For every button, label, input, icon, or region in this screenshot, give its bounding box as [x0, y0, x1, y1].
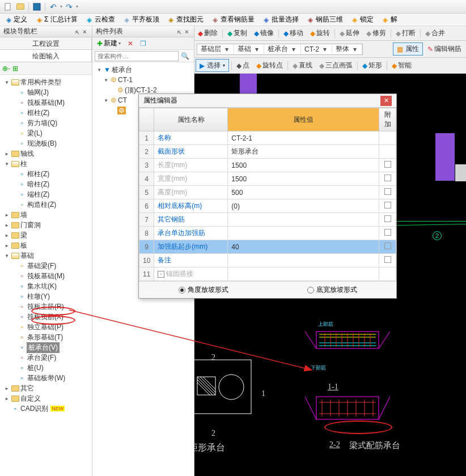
tool-三点画弧[interactable]: ◆三点画弧 — [317, 60, 355, 71]
property-value[interactable]: (0) — [228, 199, 379, 213]
combo-item[interactable]: 整体▾ — [332, 44, 362, 54]
tree-node[interactable]: ▫端柱(Z) — [1, 189, 91, 199]
tool-打断[interactable]: ◆打断 — [393, 27, 418, 39]
tab-engineering-settings[interactable]: 工程设置 — [0, 37, 92, 49]
property-row[interactable]: 3长度(mm)1500 — [139, 159, 396, 172]
property-value[interactable]: 1500 — [228, 159, 379, 172]
menu-钢筋三维[interactable]: ◈钢筋三维 — [304, 14, 345, 26]
property-table[interactable]: 属性名称 属性值 附加 1名称CT-2-12截面形状矩形承台3长度(mm)150… — [139, 108, 396, 281]
new-icon[interactable] — [2, 1, 14, 12]
property-value[interactable] — [228, 267, 379, 281]
tool-修剪[interactable]: ◆修剪 — [364, 27, 388, 39]
redo-icon[interactable]: ↷ — [63, 1, 75, 12]
tree-node[interactable]: ▫梁(L) — [1, 128, 91, 138]
property-row[interactable]: 2截面形状矩形承台 — [139, 145, 396, 159]
property-row[interactable]: 6相对底标高(m)(0) — [139, 199, 396, 213]
tree-node[interactable]: ▫桩(U) — [1, 363, 91, 373]
tree-node[interactable]: ▫构造柱(Z) — [1, 199, 91, 210]
pin-icon[interactable]: ⇱ — [176, 28, 183, 36]
tree-node[interactable]: ▸板 — [1, 240, 91, 250]
property-value[interactable]: 500 — [228, 186, 379, 199]
tool-移动[interactable]: ◆移动 — [281, 27, 306, 39]
layer-combo[interactable]: 基础层▾基础▾桩承台▾CT-2▾整体▾ — [197, 44, 363, 55]
menu-平齐板顶[interactable]: ◈平齐板顶 — [121, 14, 162, 26]
tool-复制[interactable]: ◆复制 — [225, 27, 249, 39]
property-row[interactable]: 4宽度(mm)1500 — [139, 172, 396, 186]
tool-镜像[interactable]: ◆镜像 — [252, 27, 276, 39]
combo-item[interactable]: 基础▾ — [234, 44, 264, 54]
property-row[interactable]: 1名称CT-2-1 — [139, 131, 396, 145]
property-row[interactable]: 10备注 — [139, 254, 396, 267]
tab-draw-input[interactable]: 绘图输入 — [0, 50, 92, 62]
menu-定义[interactable]: ◈定义 — [2, 14, 29, 26]
combo-item[interactable]: 基础层▾ — [197, 44, 234, 54]
tree-node[interactable]: ▫筏板负筋(X) — [1, 312, 91, 322]
property-row[interactable]: 9加强筋起步(mm)40 — [139, 240, 396, 254]
parking-icon[interactable]: ⊕- — [2, 65, 10, 73]
property-value[interactable] — [228, 254, 379, 267]
property-value[interactable] — [228, 227, 379, 240]
undo-icon[interactable]: ↶ — [48, 1, 59, 12]
menu-锁定[interactable]: ◈锁定 — [349, 14, 376, 26]
property-value[interactable]: 40 — [228, 240, 379, 254]
menu-解[interactable]: ◈解 — [379, 14, 400, 26]
property-value[interactable]: 矩形承台 — [228, 145, 379, 159]
menu-Σ 汇总计算[interactable]: ◈Σ 汇总计算 — [33, 14, 80, 26]
pin-icon[interactable]: ⇱ — [74, 28, 81, 36]
copy-icon[interactable]: ❐ — [138, 39, 149, 48]
tree-node[interactable]: ▫剪力墙(Q) — [1, 118, 91, 128]
tree-node[interactable]: ▫桩承台(V) — [1, 342, 91, 352]
tree-node[interactable]: ▸门窗洞 — [1, 220, 91, 230]
add-icon[interactable]: ⊞ — [12, 65, 18, 73]
save-icon[interactable] — [31, 1, 43, 12]
new-button[interactable]: ✚ 新建 ▾ — [95, 38, 123, 49]
tree-node[interactable]: ▫条形基础(T) — [1, 332, 91, 342]
tree-node[interactable]: ▫承台梁(F) — [1, 352, 91, 363]
property-row[interactable]: 5高度(mm)500 — [139, 186, 396, 199]
tree-node[interactable]: ▫CAD识别NEW — [1, 403, 91, 414]
tool-旋转点[interactable]: ◆旋转点 — [254, 60, 285, 71]
tree-node[interactable]: ▫轴网(J) — [1, 87, 91, 97]
tree-node[interactable]: ▾基础 — [1, 250, 91, 261]
tool-智能[interactable]: ◆智能 — [389, 60, 414, 71]
property-row[interactable]: 8承台单边加强筋 — [139, 227, 396, 240]
tree-node[interactable]: ▫基础梁(F) — [1, 261, 91, 271]
property-button[interactable]: ▦ 属性 — [393, 42, 423, 56]
delete-icon[interactable]: ✕ — [125, 39, 135, 48]
property-row[interactable]: 11+锚固搭接 — [139, 267, 396, 281]
tool-直线[interactable]: ◆直线 — [290, 60, 315, 71]
tool-合并[interactable]: ◆合并 — [423, 27, 447, 39]
tree-node[interactable]: ▫集水坑(K) — [1, 281, 91, 291]
tree-node[interactable]: ▸墙 — [1, 210, 91, 220]
tree-node[interactable]: ▾常用构件类型 — [1, 77, 91, 87]
property-value[interactable]: 1500 — [228, 172, 379, 186]
search-icon[interactable]: 🔍 — [179, 52, 192, 60]
list-item[interactable]: ▾⚙CT-1 — [94, 75, 193, 85]
tool-矩形[interactable]: ◆矩形 — [360, 60, 384, 71]
tree-node[interactable]: ▸轴线 — [1, 148, 91, 159]
tree-node[interactable]: ▸其它 — [1, 383, 91, 393]
tool-选择[interactable]: ▶选择 ▾ — [196, 59, 229, 72]
tool-延伸[interactable]: ◆延伸 — [337, 27, 362, 39]
tree-node[interactable]: ▾柱 — [1, 159, 91, 169]
menu-查看钢筋量[interactable]: ◈查看钢筋量 — [209, 14, 257, 26]
tree-node[interactable]: ▫基础板带(W) — [1, 373, 91, 383]
search-input[interactable] — [95, 51, 179, 61]
tree-node[interactable]: ▫框柱(Z) — [1, 108, 91, 118]
tree-node[interactable]: ▫独立基础(P) — [1, 322, 91, 332]
property-value[interactable]: CT-2-1 — [228, 131, 379, 145]
property-value[interactable] — [228, 213, 379, 227]
tree-node[interactable]: ▸自定义 — [1, 393, 91, 403]
tree-node[interactable]: ▫筏板主筋(R) — [1, 301, 91, 312]
list-item[interactable]: ▾▼桩承台 — [94, 65, 193, 75]
component-type-tree[interactable]: ▾常用构件类型▫轴网(J)▫筏板基础(M)▫框柱(Z)▫剪力墙(Q)▫梁(L)▫… — [0, 75, 92, 476]
tree-node[interactable]: ▫柱墩(Y) — [1, 291, 91, 301]
menu-云检查[interactable]: ◈云检查 — [83, 14, 117, 26]
tool-旋转[interactable]: ◆旋转 — [308, 27, 332, 39]
radio-width-slope[interactable]: 底宽放坡形式 — [307, 285, 357, 295]
tree-node[interactable]: ▫暗柱(Z) — [1, 179, 91, 189]
close-icon[interactable]: ✕ — [380, 96, 392, 106]
tree-node[interactable]: ▸梁 — [1, 230, 91, 240]
tree-node[interactable]: ▫现浇板(B) — [1, 138, 91, 148]
property-row[interactable]: 7其它钢筋 — [139, 213, 396, 227]
